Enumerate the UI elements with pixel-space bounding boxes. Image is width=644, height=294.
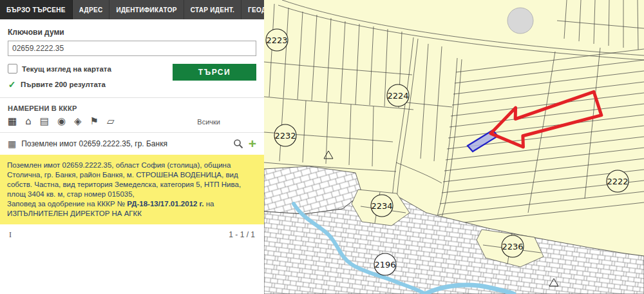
magnifier-icon [233,139,243,149]
search-button[interactable]: ТЪРСИ [173,64,256,81]
check-icon: ✓ [8,79,16,90]
location-filter-icon[interactable]: ◉ [57,117,66,126]
documents-filter-icon[interactable]: ▤ [40,117,49,126]
region-label-2196: 2196 [374,253,396,275]
region-label-2236: 2236 [502,235,524,257]
zoom-to-result-button[interactable] [233,139,243,149]
region-label-2224: 2224 [387,84,409,106]
svg-text:2224: 2224 [387,91,408,101]
svg-text:2196: 2196 [374,260,395,270]
search-panel: БЪРЗО ТЪРСЕНЕ АДРЕС ИДЕНТИФИКАТОР СТАР И… [0,0,264,294]
region-label-2223: 2223 [266,29,288,51]
search-controls: Текущ изглед на картата ✓ Първите 200 ре… [8,64,256,90]
tab-quick-search[interactable]: БЪРЗО ТЪРСЕНЕ [0,0,73,19]
tab-identifier[interactable]: ИДЕНТИФИКАТОР [109,0,184,19]
tab-address[interactable]: АДРЕС [73,0,110,19]
polygon-filter-icon[interactable]: ▱ [107,117,115,126]
cadastral-map[interactable]: 2223 2224 2232 2222 2234 2236 2196 [264,0,644,294]
keywords-label: Ключови думи [8,28,256,37]
tab-old-identifier[interactable]: СТАР ИДЕНТ. [184,0,242,19]
svg-text:2232: 2232 [274,131,296,141]
result-row[interactable]: ▦ Поземлен имот 02659.2222.35, гр. Банкя… [0,133,264,155]
flag-filter-icon[interactable]: ⚑ [90,117,99,126]
keywords-input[interactable] [8,41,256,56]
result-title: Поземлен имот 02659.2222.35, гр. Банкя [21,139,228,148]
parcels-filter-icon[interactable]: ▦ [8,117,17,126]
filter-all-link[interactable]: Всички [197,118,220,126]
current-view-label: Текущ изглед на картата [22,65,111,73]
svg-text:2236: 2236 [502,242,523,251]
current-view-option[interactable]: Текущ изглед на картата [8,64,173,74]
found-section-title: НАМЕРЕНИ В КККР [8,104,256,112]
results-pagination: I 1 - 1 / 1 [0,224,264,246]
svg-text:2222: 2222 [607,177,628,186]
divider [0,97,264,98]
order-prefix: Заповед за одобрение на КККР № [7,200,127,208]
parcel-details-box: Поземлен имот 02659.2222.35, област Софи… [0,155,264,224]
current-view-checkbox[interactable] [8,64,17,74]
parcel-details-text: Поземлен имот 02659.2222.35, област Софи… [7,161,241,198]
order-number: РД-18-13/17.01.2012 г. [127,200,204,208]
result-type-filter-bar: ▦ ⌂ ▤ ◉ ◈ ⚑ ▱ Всички [0,115,264,133]
buildings-filter-icon[interactable]: ⌂ [25,117,32,126]
region-label-2222: 2222 [607,170,629,192]
first-200-label: Първите 200 резултата [21,81,106,88]
svg-text:2234: 2234 [371,201,392,211]
first-200-option[interactable]: ✓ Първите 200 резултата [8,79,173,90]
water-tank-circle [507,8,533,34]
svg-text:2223: 2223 [266,35,287,45]
add-result-button[interactable]: + [249,139,256,149]
page-count: 1 - 1 / 1 [229,230,255,240]
page-indicator[interactable]: I [9,230,12,240]
layers-filter-icon[interactable]: ◈ [74,117,82,126]
region-label-2232: 2232 [274,124,296,146]
parcel-grid-icon: ▦ [8,139,16,149]
search-tab-bar: БЪРЗО ТЪРСЕНЕ АДРЕС ИДЕНТИФИКАТОР СТАР И… [0,0,264,19]
region-label-2234: 2234 [371,195,393,217]
